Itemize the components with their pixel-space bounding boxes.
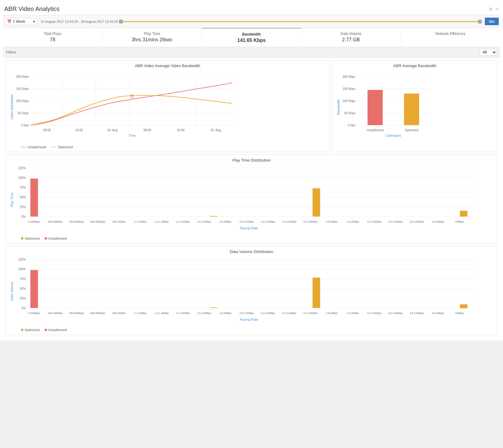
stat-data-volume-label: Data Volume [304,32,398,36]
svg-text:08:00: 08:00 [43,128,51,132]
svg-rect-36 [368,90,383,125]
svg-point-16 [131,95,134,98]
svg-text:2.2-2.4Mbps: 2.2-2.4Mbps [261,312,275,315]
stat-play-time[interactable]: Play Time 3hrs 31mins 28sec [102,28,202,47]
datavolume-dist-legend: Optimized Unoptimized [9,328,494,332]
svg-text:1.4-1.6Mbps: 1.4-1.6Mbps [176,312,190,315]
week-select[interactable]: 📅 1 Week ▾ [4,18,38,25]
stat-play-time-value: 3hrs 31mins 28sec [105,37,199,43]
svg-text:3.6-3.8Mbps: 3.6-3.8Mbps [409,312,424,315]
bandwidth-chart-panel: ABR Video Average Video Bandwidth Video … [5,60,330,152]
stat-total-plays[interactable]: Total Plays 78 [3,28,102,47]
svg-rect-93 [313,278,320,308]
svg-text:400-600kbps: 400-600kbps [69,312,84,315]
svg-text:2.8-3Mbps: 2.8-3Mbps [326,312,338,315]
svg-text:1-1.2Mbps: 1-1.2Mbps [134,220,146,223]
svg-text:1.2-1.4Mbps: 1.2-1.4Mbps [154,312,169,315]
stat-data-volume-value: 2.77 GB [304,37,398,43]
svg-text:1.6-1.8Mbps: 1.6-1.8Mbps [197,220,211,223]
svg-text:0 bps: 0 bps [22,124,29,127]
legend-unoptimized: Unoptimized [21,145,46,149]
stats-row: Total Plays 78 Play Time 3hrs 31mins 28s… [3,28,500,47]
calendar-icon: 📅 [7,19,12,24]
refresh-icon[interactable]: ↻ [489,7,493,12]
svg-text:200 Kbps: 200 Kbps [16,75,29,78]
svg-rect-54 [210,216,217,217]
main-content: ABR Video Average Video Bandwidth Video … [3,58,500,337]
playtime-dist-svg: 125% 100% 75% 50% 25% 0% [14,165,475,235]
stat-data-volume[interactable]: Data Volume 2.77 GB [301,28,401,47]
svg-text:50%: 50% [20,196,26,199]
svg-rect-55 [313,188,320,217]
svg-text:3.4-3.6Mbps: 3.4-3.6Mbps [388,312,402,315]
date-range-label: 21 August 2017 12:43:28 - 28 August 2017… [41,20,118,23]
slider-handle-left[interactable] [119,20,123,23]
svg-text:0%: 0% [22,306,26,310]
svg-text:16:00: 16:00 [177,128,184,132]
stat-network-efficiency-label: Network Efficiency [403,32,498,36]
svg-rect-37 [404,94,419,125]
legend-optimized: Optimized [51,145,73,149]
legend-unoptimized-pt: Unoptimized [45,237,67,240]
svg-text:150 Kbps: 150 Kbps [343,87,355,91]
svg-text:2.4-2.6Mbps: 2.4-2.6Mbps [282,312,296,315]
svg-text:100%: 100% [18,268,26,271]
svg-text:3.8-4Mbps: 3.8-4Mbps [432,312,444,315]
svg-text:800-1Mbps: 800-1Mbps [113,312,126,315]
stat-network-efficiency[interactable]: Network Efficiency [401,28,500,47]
go-button[interactable]: Go [485,18,499,25]
legend-unoptimized-dv: Unoptimized [45,328,67,332]
stat-total-plays-value: 78 [5,37,100,43]
svg-text:800-1Mbps: 800-1Mbps [113,220,126,223]
svg-text:0-200kbps: 0-200kbps [28,220,40,223]
svg-text:600-800kbps: 600-800kbps [90,220,105,223]
controls-row: 📅 1 Week ▾ 21 August 2017 12:43:28 - 28 … [3,15,500,28]
svg-text:600-800kbps: 600-800kbps [90,312,105,315]
stat-bandwidth-label: Bandwidth [204,32,299,36]
slider-track[interactable] [119,21,481,22]
stat-bandwidth-value: 141.65 Kbps [204,38,299,43]
datavolume-dist-title: Data Volume Distribution [9,249,494,254]
week-label: 1 Week [13,19,25,24]
svg-text:0%: 0% [22,215,26,218]
svg-text:0 bps: 0 bps [348,124,355,127]
date-range-slider-container: 21 August 2017 12:43:28 - 28 August 2017… [41,20,482,23]
filters-row: Filters All [3,47,500,58]
svg-text:1.6-1.8Mbps: 1.6-1.8Mbps [197,312,211,315]
svg-text:Pacing Rate: Pacing Rate [240,226,258,230]
playtime-dist-panel: Play Time Distribution Play Time 125% 10… [5,155,498,244]
bandwidth-chart-title: ABR Video Average Video Bandwidth [9,63,326,68]
svg-text:1.4-1.6Mbps: 1.4-1.6Mbps [176,220,190,223]
page-title: ABR Video Analytics [4,5,60,12]
bandwidth-chart-legend: Unoptimized Optimized [9,145,326,149]
svg-text:3.8-4Mbps: 3.8-4Mbps [432,220,444,223]
svg-text:400-600kbps: 400-600kbps [69,220,84,223]
playtime-dist-wrapper: Play Time 125% 100% 75% 50% 25% [9,165,494,235]
filters-select[interactable]: All [479,49,497,56]
svg-text:16:00: 16:00 [75,128,83,132]
svg-text:1.2-1.4Mbps: 1.2-1.4Mbps [154,220,169,223]
stat-play-time-label: Play Time [105,32,199,36]
svg-text:2.4-2.6Mbps: 2.4-2.6Mbps [282,220,296,223]
playtime-y-axis-label: Play Time [9,165,14,235]
svg-text:200-400kbps: 200-400kbps [48,312,63,315]
filters-label: Filters [6,50,16,54]
svg-text:200-400kbps: 200-400kbps [48,220,63,223]
svg-text:2.8-3Mbps: 2.8-3Mbps [326,220,338,223]
external-link-icon[interactable]: ↗ [495,7,499,12]
charts-row-1: ABR Video Average Video Bandwidth Video … [5,60,498,152]
svg-text:50 Kbps: 50 Kbps [18,111,29,115]
svg-text:125%: 125% [18,166,26,170]
svg-text:1.8-2Mbps: 1.8-2Mbps [219,312,231,315]
stat-total-plays-label: Total Plays [5,32,100,36]
stat-bandwidth[interactable]: Bandwidth 141.65 Kbps [202,28,301,47]
svg-text:Pacing Rate: Pacing Rate [240,318,258,321]
svg-text:75%: 75% [20,277,26,281]
svg-text:2.0-2.2Mbps: 2.0-2.2Mbps [239,220,254,223]
svg-text:100%: 100% [18,176,26,180]
svg-text:125%: 125% [18,258,26,261]
svg-text:3.4-3.6Mbps: 3.4-3.6Mbps [388,220,402,223]
slider-handle-right[interactable] [478,20,482,23]
svg-text:>4Mbps: >4Mbps [455,220,464,223]
datavolume-dist-svg: 125% 100% 75% 50% 25% 0% [14,256,475,326]
